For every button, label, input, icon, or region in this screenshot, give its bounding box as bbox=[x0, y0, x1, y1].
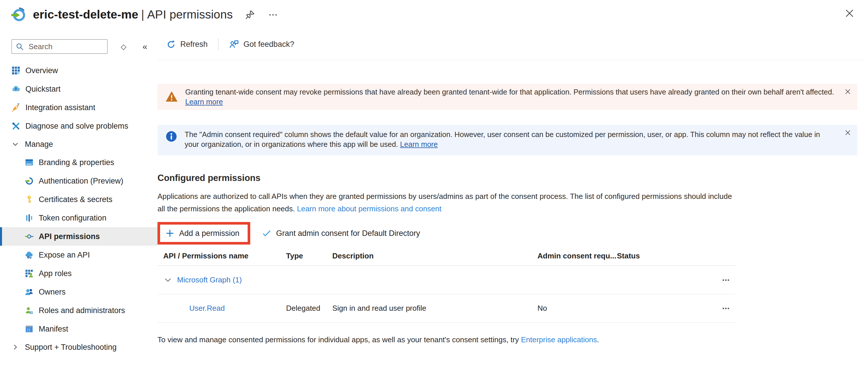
close-icon[interactable] bbox=[844, 7, 855, 19]
person-cube-icon bbox=[25, 306, 33, 315]
sidebar: ◇ « Overview Q bbox=[0, 29, 157, 370]
col-api-permissions-name[interactable]: API / Permissions name bbox=[157, 251, 286, 260]
sidebar-item-label: Branding & properties bbox=[39, 158, 114, 167]
sidebar-item-roles-administrators[interactable]: Roles and administrators bbox=[0, 301, 157, 320]
section-title: Configured permissions bbox=[157, 173, 864, 183]
sidebar-item-owners[interactable]: Owners bbox=[0, 283, 157, 301]
warning-banner: Granting tenant-wide consent may revoke … bbox=[157, 84, 857, 110]
quickstart-icon bbox=[11, 85, 20, 93]
col-type[interactable]: Type bbox=[286, 251, 332, 260]
sidebar-item-manifest[interactable]: { } Manifest bbox=[0, 320, 157, 338]
col-status[interactable]: Status bbox=[617, 251, 709, 260]
permission-description: Sign in and read user profile bbox=[332, 304, 537, 313]
sidebar-nav: Overview Quickstart bbox=[0, 61, 157, 356]
sidebar-item-label: API permissions bbox=[39, 232, 100, 241]
switch-blade-icon[interactable]: ◇ bbox=[121, 43, 126, 50]
grant-admin-consent-button[interactable]: Grant admin consent for Default Director… bbox=[262, 228, 420, 238]
sidebar-item-api-permissions[interactable]: API permissions bbox=[0, 227, 157, 246]
sidebar-item-label: Manifest bbox=[39, 325, 68, 334]
sidebar-item-diagnose[interactable]: Diagnose and solve problems bbox=[0, 117, 157, 135]
feedback-button[interactable]: Got feedback? bbox=[229, 39, 294, 50]
sidebar-item-quickstart[interactable]: Quickstart bbox=[0, 80, 157, 98]
api-group-link[interactable]: Microsoft Graph (1) bbox=[177, 275, 242, 284]
feedback-icon bbox=[229, 39, 239, 50]
sidebar-item-expose-api[interactable]: Expose an API bbox=[0, 246, 157, 264]
sidebar-item-label: Token configuration bbox=[39, 214, 106, 223]
table-group-row: Microsoft Graph (1) bbox=[157, 266, 735, 294]
group-row-more-icon[interactable] bbox=[709, 276, 735, 284]
browser-icon: www bbox=[25, 158, 33, 167]
info-icon bbox=[165, 131, 177, 142]
sliders-icon bbox=[25, 214, 33, 222]
content-pane: Refresh Got feedback? bbox=[157, 29, 868, 370]
sidebar-item-label: Overview bbox=[25, 66, 58, 75]
warning-learn-more-link[interactable]: Learn more bbox=[185, 98, 223, 106]
title-separator: | bbox=[141, 8, 145, 21]
search-input[interactable] bbox=[11, 39, 107, 54]
sidebar-item-label: Certificates & secrets bbox=[39, 195, 113, 204]
info-text: The "Admin consent required" column show… bbox=[185, 129, 835, 149]
key-icon bbox=[25, 195, 33, 204]
permissions-table: API / Permissions name Type Description … bbox=[157, 247, 735, 322]
people-icon bbox=[25, 288, 33, 296]
row-more-icon[interactable] bbox=[709, 304, 735, 313]
admin-consent-value: No bbox=[537, 304, 617, 313]
sidebar-item-label: Roles and administrators bbox=[39, 306, 125, 315]
page-title: eric-test-delete-me|API permissions bbox=[33, 8, 232, 21]
sidebar-item-label: Diagnose and solve problems bbox=[25, 122, 128, 131]
sidebar-item-branding[interactable]: www Branding & properties bbox=[0, 153, 157, 172]
sidebar-item-certificates[interactable]: Certificates & secrets bbox=[0, 190, 157, 209]
command-bar: Refresh Got feedback? bbox=[157, 29, 864, 60]
dismiss-warning-icon[interactable] bbox=[844, 88, 851, 95]
col-admin-consent[interactable]: Admin consent requ... bbox=[537, 251, 617, 260]
sidebar-item-label: Integration assistant bbox=[25, 103, 95, 112]
sidebar-item-overview[interactable]: Overview bbox=[0, 61, 157, 80]
refresh-icon bbox=[166, 40, 176, 50]
sidebar-item-label: App roles bbox=[39, 269, 72, 278]
search-icon bbox=[16, 42, 24, 51]
footer-note: To view and manage consented permissions… bbox=[157, 335, 864, 344]
chevron-right-icon bbox=[11, 343, 19, 351]
rocket-icon bbox=[11, 103, 20, 112]
add-permission-highlight: Add a permission bbox=[157, 222, 250, 245]
permissions-consent-link[interactable]: Learn more about permissions and consent bbox=[297, 204, 441, 213]
refresh-button[interactable]: Refresh bbox=[166, 40, 208, 50]
sidebar-item-authentication[interactable]: Authentication (Preview) bbox=[0, 172, 157, 190]
expand-group-chevron-icon[interactable] bbox=[164, 276, 172, 284]
sidebar-item-token-configuration[interactable]: Token configuration bbox=[0, 209, 157, 227]
toolbar-divider bbox=[218, 38, 218, 51]
permission-link[interactable]: User.Read bbox=[189, 304, 225, 312]
collapse-sidebar-icon[interactable]: « bbox=[143, 42, 147, 51]
dismiss-info-icon[interactable] bbox=[844, 129, 851, 136]
sidebar-item-label: Expose an API bbox=[39, 251, 90, 259]
more-options-icon[interactable] bbox=[268, 9, 278, 20]
svg-text:www: www bbox=[26, 163, 32, 165]
sidebar-group-manage[interactable]: Manage bbox=[0, 135, 157, 153]
table-row: User.Read Delegated Sign in and read use… bbox=[157, 294, 735, 322]
warning-icon bbox=[165, 91, 178, 103]
plus-icon bbox=[165, 229, 175, 238]
blade-name: API permissions bbox=[147, 8, 232, 21]
code-window-icon: { } bbox=[25, 325, 33, 333]
col-description[interactable]: Description bbox=[332, 251, 537, 260]
feedback-label: Got feedback? bbox=[244, 40, 294, 49]
warning-text: Granting tenant-wide consent may revoke … bbox=[185, 87, 835, 107]
add-permission-button[interactable]: Add a permission bbox=[179, 229, 240, 238]
sidebar-group-support[interactable]: Support + Troubleshooting bbox=[0, 338, 157, 356]
pin-icon[interactable] bbox=[245, 9, 256, 20]
sidebar-item-integration-assistant[interactable]: Integration assistant bbox=[0, 98, 157, 117]
table-header-row: API / Permissions name Type Description … bbox=[157, 247, 735, 266]
grid-person-icon bbox=[25, 269, 33, 278]
sidebar-group-label: Support + Troubleshooting bbox=[25, 343, 117, 352]
permission-type: Delegated bbox=[286, 304, 332, 313]
section-description: Applications are authorized to call APIs… bbox=[157, 190, 740, 215]
checkmark-icon bbox=[262, 228, 272, 238]
svg-text:{ }: { } bbox=[27, 328, 30, 332]
sign-in-icon bbox=[25, 177, 33, 185]
info-learn-more-link[interactable]: Learn more bbox=[400, 140, 438, 148]
sidebar-item-app-roles[interactable]: App roles bbox=[0, 264, 157, 283]
enterprise-applications-link[interactable]: Enterprise applications bbox=[521, 335, 597, 344]
info-banner: The "Admin consent required" column show… bbox=[157, 125, 857, 156]
sidebar-group-label: Manage bbox=[25, 140, 53, 149]
grant-admin-label: Grant admin consent for Default Director… bbox=[276, 229, 420, 238]
